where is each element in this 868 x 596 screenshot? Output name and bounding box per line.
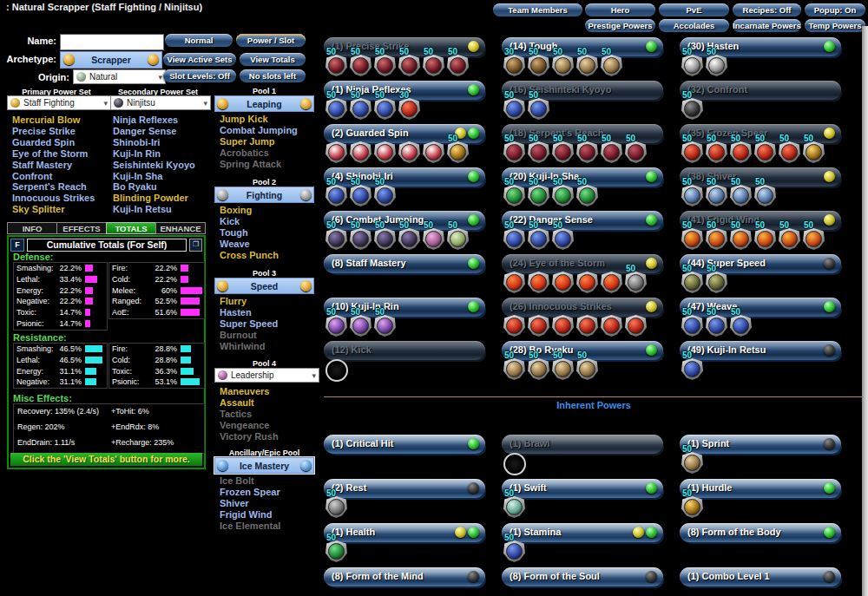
power-list-item[interactable]: Precise Strike xyxy=(12,126,95,137)
power-entry[interactable]: (1) Hurdle50 xyxy=(680,479,841,521)
power-entry[interactable]: (10) Kuji-In Rin505050 xyxy=(324,298,485,339)
enhancement-slot[interactable]: 50 xyxy=(326,308,348,337)
power-entry[interactable]: (8) Form of the Soul xyxy=(502,567,663,596)
power-entry[interactable]: (1) Sprint50 xyxy=(680,435,841,476)
enhancement-slot[interactable]: 50 xyxy=(447,221,470,251)
power-entry[interactable]: (35) Frozen Spear505050505050 xyxy=(680,124,841,166)
enhancement-slot[interactable]: 50 xyxy=(528,48,550,77)
enhancement-slot[interactable]: 50 xyxy=(803,221,825,251)
enhancement-slot[interactable]: 50 xyxy=(326,178,348,207)
power-entry[interactable]: (1) Ninja Reflexes50505030 xyxy=(324,81,485,122)
archetype-prev-icon[interactable] xyxy=(63,54,75,65)
power-entry[interactable]: (2) Rest50 xyxy=(324,479,485,521)
enhancement-slot[interactable]: 50 xyxy=(681,178,704,207)
toolbar-button-accolades[interactable]: Accolades xyxy=(659,19,729,32)
enhancement-slot[interactable] xyxy=(528,308,550,337)
power-list-item[interactable]: Serpent's Reach xyxy=(12,181,95,193)
power-entry[interactable]: (32) Confront50 xyxy=(680,81,841,122)
enhancement-slot[interactable]: 50 xyxy=(447,48,470,77)
power-list-item[interactable]: Shinobi-Iri xyxy=(113,137,195,148)
enhancement-slot[interactable]: 50 xyxy=(706,265,728,294)
enhancement-slot[interactable]: 50 xyxy=(706,134,728,164)
enhancement-slot[interactable]: 30 xyxy=(503,48,526,77)
toolbar-button-incarnate-powers[interactable]: Incarnate Powers xyxy=(733,19,801,32)
power-list-item[interactable]: Whirlwind xyxy=(220,341,278,352)
enhancement-slot[interactable]: 50 xyxy=(503,351,526,381)
power-list-item[interactable]: Ice Elemental xyxy=(220,521,280,532)
enhancement-slot[interactable]: 50 xyxy=(552,351,575,381)
enhancement-slot[interactable]: 50 xyxy=(601,48,623,77)
power-list-item[interactable]: Super Jump xyxy=(220,136,298,147)
enhancement-slot[interactable]: 50 xyxy=(326,221,348,251)
power-entry[interactable]: (1) Combo Level 1 xyxy=(680,567,841,596)
tab-effects[interactable]: EFFECTS xyxy=(56,222,106,234)
enhancement-slot[interactable]: 50 xyxy=(706,178,728,207)
power-entry[interactable]: (47) Weave505050 xyxy=(680,298,841,339)
power-list-item[interactable]: Boxing xyxy=(220,205,279,216)
enhancement-slot[interactable]: 50 xyxy=(503,91,526,121)
enhancement-slot[interactable]: 50 xyxy=(730,308,753,337)
pool-next-icon[interactable] xyxy=(300,189,312,200)
power-list-item[interactable]: Staff Mastery xyxy=(12,160,95,171)
enhancement-slot[interactable]: 30 xyxy=(398,91,421,121)
tab-totals[interactable]: TOTALS xyxy=(106,222,155,234)
enhancement-slot[interactable] xyxy=(625,308,648,337)
enhancement-slot[interactable]: 50 xyxy=(754,221,777,251)
power-list-item[interactable]: Assault xyxy=(220,397,279,409)
enhancement-slot[interactable] xyxy=(528,265,550,294)
power-entry[interactable]: (18) Serpent's Reach505050505050 xyxy=(502,124,663,166)
enhancement-slot[interactable]: 50 xyxy=(374,91,397,121)
enhancement-slot[interactable] xyxy=(350,134,372,164)
enhancement-slot[interactable]: 50 xyxy=(528,221,550,251)
enhancement-slot[interactable]: 50 xyxy=(576,178,599,207)
enhancement-slot[interactable]: 50 xyxy=(552,221,575,251)
enhancement-slot[interactable]: 50 xyxy=(552,134,575,164)
power-list-item[interactable]: Ninja Reflexes xyxy=(113,115,195,126)
pool-prev-icon[interactable] xyxy=(217,460,228,471)
power-list-item[interactable]: Danger Sense xyxy=(113,126,195,137)
power-slot-button[interactable]: Power / Slot xyxy=(236,34,306,47)
toolbar-button-popup-on[interactable]: Popup: On xyxy=(805,3,865,16)
enhancement-slot[interactable]: 50 xyxy=(730,178,753,207)
power-entry[interactable]: (1) Brawl xyxy=(502,435,663,476)
power-list-item[interactable]: Innocuous Strikes xyxy=(12,193,95,204)
enhancement-slot[interactable]: 50 xyxy=(601,134,623,164)
power-list-item[interactable]: Confront xyxy=(12,171,95,182)
enhancement-slot[interactable]: 50 xyxy=(730,134,753,164)
enhancement-slot[interactable]: 50 xyxy=(625,265,648,294)
power-list-item[interactable]: Acrobatics xyxy=(220,147,298,159)
power-list-item[interactable]: Victory Rush xyxy=(220,431,279,442)
enhancement-slot[interactable]: 50 xyxy=(681,489,704,519)
enhancement-slot[interactable] xyxy=(374,134,397,164)
power-list-item[interactable]: Kuji-In Retsu xyxy=(113,204,195,215)
power-entry[interactable]: (22) Danger Sense505050 xyxy=(502,211,663,252)
power-entry[interactable]: (41) Frigid Wind505050505050 xyxy=(680,211,841,252)
enhancement-slot[interactable]: 50 xyxy=(350,221,372,251)
enhancement-slot[interactable]: 50 xyxy=(681,91,704,121)
power-entry[interactable]: (49) Kuji-In Retsu50 xyxy=(680,341,841,383)
power-list-item[interactable]: Maneuvers xyxy=(220,386,279,397)
pool-prev-icon[interactable] xyxy=(217,98,228,109)
window-restore-icon[interactable]: ❐ xyxy=(189,239,202,252)
power-entry[interactable]: (14) Tough3050505050 xyxy=(502,37,663,79)
enhancement-slot[interactable]: 50 xyxy=(706,308,728,337)
enhancement-slot[interactable]: 50 xyxy=(681,308,704,337)
power-entry[interactable]: (44) Super Speed5050 xyxy=(680,254,841,296)
float-button[interactable]: F xyxy=(10,239,24,252)
enhancement-slot[interactable]: 50 xyxy=(326,48,348,77)
enhancement-slot[interactable]: 50 xyxy=(576,134,599,164)
power-list-item[interactable]: Guarded Spin xyxy=(12,137,95,148)
power-list-item[interactable]: Bo Ryaku xyxy=(113,181,195,193)
power-list-item[interactable]: Seishinteki Kyoyo xyxy=(113,160,195,171)
secondary-powerset-dropdown[interactable]: Ninjitsu ▾ xyxy=(110,95,211,110)
enhancement-slot[interactable] xyxy=(326,351,348,381)
normal-button[interactable]: Normal xyxy=(165,34,233,47)
power-list-item[interactable]: Frozen Spear xyxy=(220,487,280,498)
enhancement-slot[interactable] xyxy=(398,134,421,164)
enhancement-slot[interactable]: 50 xyxy=(681,351,704,381)
enhancement-slot[interactable] xyxy=(326,134,348,164)
pool-next-icon[interactable] xyxy=(300,460,312,471)
enhancement-slot[interactable] xyxy=(601,265,623,294)
power-entry[interactable]: (1) Stamina50 xyxy=(502,523,663,565)
enhancement-slot[interactable]: 50 xyxy=(681,134,704,164)
